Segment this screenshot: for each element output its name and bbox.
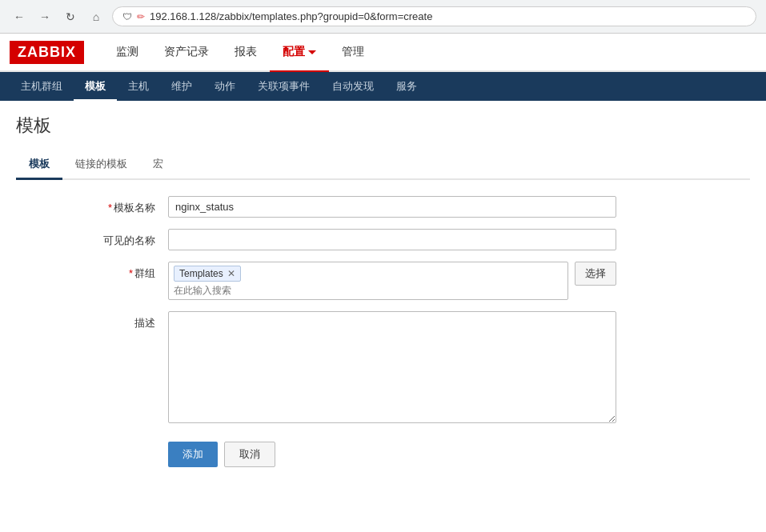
top-nav: ZABBIX 监测 资产记录 报表 配置 管理 — [0, 34, 766, 72]
template-name-label: *模板名称 — [24, 196, 168, 215]
group-label: *群组 — [24, 262, 168, 281]
tabs: 模板 链接的模板 宏 — [16, 150, 750, 180]
home-button[interactable]: ⌂ — [86, 7, 106, 26]
back-button[interactable]: ← — [10, 7, 29, 26]
zabbix-logo: ZABBIX — [10, 41, 84, 64]
sub-nav-services[interactable]: 服务 — [385, 72, 428, 101]
visible-name-control — [168, 229, 616, 250]
nav-item-reports[interactable]: 报表 — [222, 34, 270, 70]
address-bar[interactable]: 🛡 ✏ 192.168.1.128/zabbix/templates.php?g… — [112, 6, 756, 26]
visible-name-row: 可见的名称 — [24, 229, 742, 250]
form-section: *模板名称 可见的名称 *群组 Templates — [16, 196, 750, 467]
sub-nav-actions[interactable]: 动作 — [203, 72, 247, 101]
description-textarea[interactable] — [168, 311, 616, 423]
edit-icon: ✏ — [137, 11, 145, 22]
browser-chrome: ← → ↻ ⌂ 🛡 ✏ 192.168.1.128/zabbix/templat… — [0, 0, 766, 34]
forward-button[interactable]: → — [35, 7, 54, 26]
top-nav-items: 监测 资产记录 报表 配置 管理 — [103, 34, 377, 70]
form-actions: 添加 取消 — [24, 442, 742, 467]
group-tag-templates: Templates ✕ — [174, 266, 241, 282]
template-name-input[interactable] — [168, 196, 616, 218]
visible-name-label: 可见的名称 — [24, 229, 168, 248]
description-row: 描述 — [24, 311, 742, 426]
sub-nav-hosts[interactable]: 主机 — [117, 72, 160, 101]
sub-nav-correlation[interactable]: 关联项事件 — [247, 72, 321, 101]
sub-nav-templates[interactable]: 模板 — [74, 72, 117, 101]
cancel-button[interactable]: 取消 — [224, 442, 275, 467]
group-control: Templates ✕ 选择 — [168, 262, 616, 300]
page-title: 模板 — [16, 114, 750, 138]
visible-name-input[interactable] — [168, 229, 616, 250]
tab-linked-templates[interactable]: 链接的模板 — [62, 150, 140, 178]
select-button[interactable]: 选择 — [575, 262, 616, 286]
group-row: *群组 Templates ✕ 选择 — [24, 262, 742, 300]
required-star: * — [108, 202, 112, 214]
sub-nav: 主机群组 模板 主机 维护 动作 关联项事件 自动发现 服务 — [0, 72, 766, 101]
group-field-wrapper: Templates ✕ 选择 — [168, 262, 616, 300]
reload-button[interactable]: ↻ — [61, 7, 80, 26]
tab-templates[interactable]: 模板 — [16, 150, 62, 180]
page-content: 模板 模板 链接的模板 宏 *模板名称 可见的名称 *群组 — [0, 101, 766, 480]
sub-nav-maintenance[interactable]: 维护 — [160, 72, 203, 101]
sub-nav-discovery[interactable]: 自动发现 — [321, 72, 385, 101]
group-required-star: * — [129, 267, 133, 279]
add-button[interactable]: 添加 — [168, 442, 218, 467]
description-label: 描述 — [24, 311, 168, 330]
group-tag-label: Templates — [179, 268, 223, 279]
url-text: 192.168.1.128/zabbix/templates.php?group… — [150, 10, 432, 22]
nav-item-monitor[interactable]: 监测 — [103, 34, 151, 70]
template-name-row: *模板名称 — [24, 196, 742, 218]
nav-item-admin[interactable]: 管理 — [329, 34, 377, 70]
description-control — [168, 311, 616, 426]
nav-item-config[interactable]: 配置 — [270, 34, 329, 70]
tag-remove-button[interactable]: ✕ — [227, 269, 235, 278]
sub-nav-hostgroups[interactable]: 主机群组 — [10, 72, 74, 101]
group-search-input[interactable] — [174, 285, 563, 296]
caret-icon — [308, 50, 316, 54]
shield-icon: 🛡 — [122, 11, 132, 22]
nav-item-assets[interactable]: 资产记录 — [151, 34, 222, 70]
group-input-area[interactable]: Templates ✕ — [168, 262, 568, 300]
tab-macros[interactable]: 宏 — [140, 150, 176, 178]
template-name-control — [168, 196, 616, 218]
